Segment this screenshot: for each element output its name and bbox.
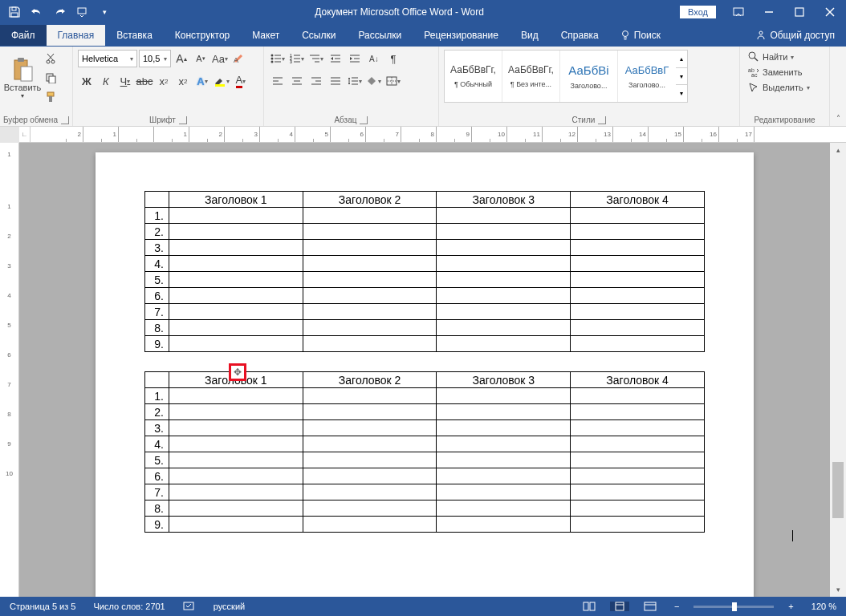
collapse-ribbon-button[interactable]: ˄ (830, 47, 846, 126)
share-button[interactable]: Общий доступ (744, 30, 846, 41)
styles-expand[interactable]: ▾ (676, 85, 687, 102)
bold-button[interactable]: Ж (78, 72, 96, 90)
minimize-button[interactable] (754, 0, 783, 24)
decrease-indent-button[interactable] (327, 50, 344, 67)
login-button[interactable]: Вход (680, 6, 716, 18)
replace-button[interactable]: abacЗаменить (745, 65, 813, 79)
spell-check-indicator[interactable] (180, 601, 199, 612)
tab-file[interactable]: Файл (0, 25, 47, 46)
cut-button[interactable] (42, 50, 59, 67)
styles-dialog-launcher[interactable] (598, 116, 606, 124)
line-spacing-button[interactable]: ▾ (346, 72, 364, 90)
strikethrough-button[interactable]: abc (136, 72, 153, 90)
clipboard-dialog-launcher[interactable] (61, 116, 69, 124)
ribbon-display-options[interactable] (724, 0, 753, 24)
borders-button[interactable]: ▾ (384, 72, 402, 90)
document-area: 112345678910 Заголовок 1Заголовок 2Загол… (0, 143, 830, 597)
language-indicator[interactable]: русский (210, 602, 248, 611)
vertical-scrollbar[interactable]: ▴ ▾ (830, 143, 846, 597)
document-table-2[interactable]: Заголовок 1Заголовок 2Заголовок 3Заголов… (144, 371, 705, 533)
zoom-slider[interactable] (693, 606, 774, 608)
print-layout-button[interactable] (610, 602, 629, 611)
clear-formatting-button[interactable]: A (230, 50, 248, 67)
align-left-button[interactable] (269, 72, 287, 90)
shading-button[interactable]: ▾ (365, 72, 383, 90)
multilevel-list-button[interactable]: ▾ (307, 50, 325, 67)
tab-home[interactable]: Главная (47, 25, 106, 46)
underline-button[interactable]: Ч▾ (116, 72, 134, 90)
font-color-button[interactable]: A▾ (232, 72, 250, 90)
close-button[interactable] (815, 0, 844, 24)
style-normal[interactable]: АаБбВвГг,¶ Обычный (445, 51, 502, 102)
read-mode-button[interactable] (580, 602, 599, 611)
tab-design[interactable]: Конструктор (164, 25, 241, 46)
svg-text:3: 3 (290, 59, 292, 63)
text-cursor (792, 528, 793, 542)
grow-font-button[interactable]: A▴ (173, 50, 190, 67)
horizontal-ruler[interactable]: ∟ 211234567891011121314151617 (19, 127, 846, 143)
svg-point-29 (270, 61, 273, 63)
format-painter-button[interactable] (42, 88, 59, 106)
table-move-handle[interactable]: ✥ (229, 363, 246, 381)
tab-mailings[interactable]: Рассылки (347, 25, 413, 46)
scroll-up-button[interactable]: ▴ (830, 143, 846, 157)
subscript-button[interactable]: x2 (155, 72, 173, 90)
font-dialog-launcher[interactable] (179, 116, 187, 124)
style-heading2[interactable]: АаБбВвГЗаголово... (618, 51, 676, 102)
styles-scroll-down[interactable]: ▾ (676, 68, 687, 86)
search-icon (748, 51, 759, 63)
search-box[interactable]: Поиск (610, 30, 670, 41)
scroll-thumb[interactable] (832, 462, 844, 518)
save-button[interactable] (5, 2, 24, 22)
document-table-1[interactable]: Заголовок 1Заголовок 2Заголовок 3Заголов… (144, 191, 705, 352)
numbering-button[interactable]: 123▾ (288, 50, 306, 67)
zoom-level[interactable]: 120 % (808, 602, 840, 611)
text-effects-button[interactable]: A▾ (193, 72, 211, 90)
vertical-ruler[interactable]: 112345678910 (0, 143, 19, 597)
tab-references[interactable]: Ссылки (291, 25, 347, 46)
align-right-button[interactable] (307, 72, 325, 90)
web-layout-button[interactable] (641, 602, 660, 611)
align-center-button[interactable] (288, 72, 306, 90)
superscript-button[interactable]: x2 (174, 72, 192, 90)
style-no-spacing[interactable]: АаБбВвГг,¶ Без инте... (502, 51, 560, 102)
svg-point-16 (51, 60, 55, 63)
tab-review[interactable]: Рецензирование (413, 25, 510, 46)
style-heading1[interactable]: АаБбВіЗаголово... (560, 51, 618, 102)
copy-button[interactable] (42, 69, 59, 87)
undo-button[interactable] (27, 2, 47, 22)
qat-more-button[interactable] (72, 2, 92, 22)
svg-rect-22 (49, 96, 52, 102)
show-marks-button[interactable]: ¶ (384, 50, 402, 67)
svg-text:ac: ac (751, 72, 758, 78)
shrink-font-button[interactable]: A▾ (192, 50, 209, 67)
find-button[interactable]: Найти▾ (745, 50, 813, 64)
change-case-button[interactable]: Aa▾ (211, 50, 229, 67)
word-count[interactable]: Число слов: 2701 (90, 602, 168, 611)
tab-insert[interactable]: Вставка (105, 25, 164, 46)
italic-button[interactable]: К (97, 72, 115, 90)
highlight-button[interactable]: ▾ (213, 72, 230, 90)
select-button[interactable]: Выделить▾ (745, 80, 813, 95)
tab-layout[interactable]: Макет (241, 25, 291, 46)
bullets-button[interactable]: ▾ (269, 50, 287, 67)
styles-scroll-up[interactable]: ▴ (676, 51, 687, 68)
increase-indent-button[interactable] (346, 50, 364, 67)
scroll-down-button[interactable]: ▾ (830, 582, 846, 597)
paste-button[interactable]: Вставить ▾ (5, 50, 40, 106)
sort-button[interactable]: A↓ (365, 50, 383, 67)
qat-customize-button[interactable]: ▾ (95, 2, 114, 22)
page-indicator[interactable]: Страница 5 из 5 (6, 602, 79, 611)
zoom-out-button[interactable]: − (671, 602, 682, 611)
page: Заголовок 1Заголовок 2Заголовок 3Заголов… (96, 152, 754, 597)
redo-button[interactable] (50, 2, 69, 22)
tab-view[interactable]: Вид (510, 25, 550, 46)
paragraph-dialog-launcher[interactable] (360, 116, 368, 124)
justify-button[interactable] (327, 72, 344, 90)
document-scroll[interactable]: Заголовок 1Заголовок 2Заголовок 3Заголов… (19, 143, 830, 597)
maximize-button[interactable] (785, 0, 814, 24)
tab-help[interactable]: Справка (550, 25, 610, 46)
font-size-combo[interactable]: 10,5▾ (139, 50, 171, 67)
zoom-in-button[interactable]: + (785, 602, 796, 611)
font-name-combo[interactable]: Helvetica▾ (78, 50, 137, 67)
